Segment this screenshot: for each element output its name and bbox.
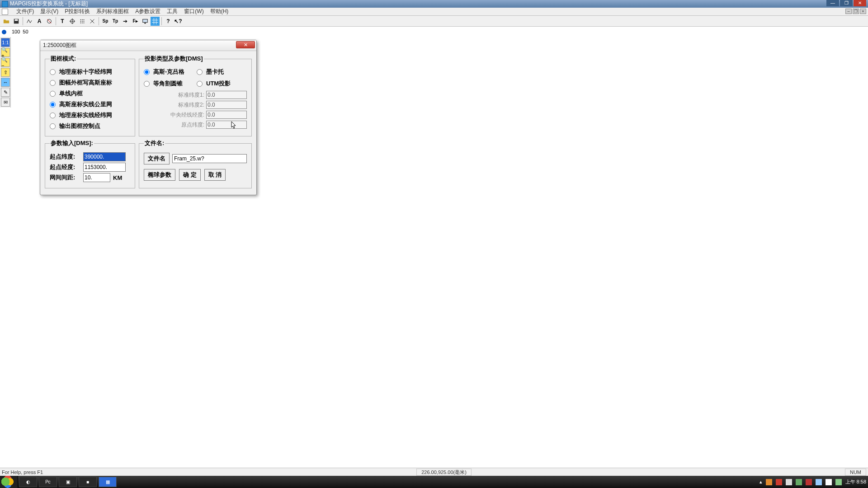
toolbar-separator: [56, 17, 56, 25]
tray-icon[interactable]: [766, 479, 772, 485]
frame-mode-radio-2[interactable]: [50, 91, 56, 97]
proj-radio-2[interactable]: [144, 81, 150, 87]
zoom-out-button[interactable]: 🔍−: [1, 58, 10, 67]
vertical-toolbar: 1:1 🔍+ 🔍− ⇧ ↔ ✎ ✉: [0, 37, 11, 108]
zoom-in-button[interactable]: 🔍+: [1, 48, 10, 57]
tray-icon[interactable]: [786, 479, 792, 485]
arrow-right-icon[interactable]: ➔: [121, 17, 130, 26]
tray-network-icon[interactable]: [835, 479, 842, 485]
frame-mode-group: 图框模式: 地理座标十字经纬网 图幅外框写高斯座标 单线内框 高斯座标实线公里网…: [45, 55, 135, 136]
doc-icon: [2, 9, 8, 15]
circle-icon[interactable]: [45, 17, 54, 26]
context-help-icon[interactable]: ↖?: [174, 17, 183, 26]
home-extent-button[interactable]: ⇧: [1, 68, 10, 77]
start-lat-label: 起点纬度:: [50, 153, 81, 161]
frame-mode-legend: 图框模式:: [50, 55, 77, 63]
frame-mode-radio-0[interactable]: [50, 69, 56, 75]
start-button[interactable]: [0, 476, 18, 488]
tray-overflow-icon[interactable]: ▴: [760, 479, 762, 485]
sp-icon[interactable]: Sp: [101, 17, 110, 26]
svg-point-11: [82, 21, 83, 22]
svg-point-10: [80, 21, 81, 22]
tray-icon[interactable]: [806, 479, 812, 485]
proj-label: 等角割圆锥: [153, 80, 183, 88]
open-icon[interactable]: [2, 17, 11, 26]
frame-mode-radio-4[interactable]: [50, 113, 56, 118]
origin-lat-input[interactable]: [206, 121, 247, 129]
status-bar: For Help, press F1 226.00,925.00(毫米) NUM: [0, 468, 868, 476]
frame-mode-label: 输出图框控制点: [59, 122, 100, 130]
polyline-icon[interactable]: [25, 17, 34, 26]
menu-proj[interactable]: P投影转换: [65, 8, 90, 15]
menu-help[interactable]: 帮助(H): [210, 8, 229, 15]
help-icon[interactable]: ?: [164, 17, 173, 26]
menu-tools[interactable]: 工具: [167, 8, 178, 15]
menu-series[interactable]: 系列标准图框: [96, 8, 129, 15]
fp-icon[interactable]: F▸: [131, 17, 140, 26]
tray-volume-icon[interactable]: [826, 479, 832, 485]
menu-window[interactable]: 窗口(W): [184, 8, 203, 15]
frame-mode-radio-3[interactable]: [50, 102, 56, 108]
proj-radio-1[interactable]: [197, 69, 203, 75]
mdi-minimize-button[interactable]: –: [845, 9, 852, 14]
bluegrid-icon[interactable]: [151, 17, 160, 26]
target-icon[interactable]: [68, 17, 77, 26]
proj-radio-0[interactable]: [144, 69, 150, 75]
toolbar-separator: [99, 17, 99, 25]
monitor-icon[interactable]: [141, 17, 150, 26]
windows-taskbar[interactable]: ◐ Pc ▣ ■ ▦ ▴ 上午 8:58: [0, 476, 868, 488]
t-icon[interactable]: T: [58, 17, 67, 26]
save-icon[interactable]: [12, 17, 21, 26]
frame-mode-radio-1[interactable]: [50, 80, 56, 86]
ellipsoid-params-button[interactable]: 椭球参数: [144, 169, 175, 181]
mdi-restore-button[interactable]: ❐: [853, 9, 859, 14]
menu-view[interactable]: 显示(V): [40, 8, 58, 15]
filename-input[interactable]: [172, 154, 247, 163]
toolbar-separator: [23, 17, 23, 25]
svg-point-12: [84, 21, 85, 22]
system-tray[interactable]: ▴ 上午 8:58: [760, 476, 866, 488]
app-close-button[interactable]: ✕: [854, 0, 866, 6]
tray-icon[interactable]: [776, 479, 782, 485]
grid-dots-icon[interactable]: [78, 17, 87, 26]
std-lat1-input[interactable]: [206, 91, 247, 99]
filename-browse-button[interactable]: 文件名: [144, 153, 170, 164]
mail-button[interactable]: ✉: [1, 98, 10, 107]
std-lat2-input[interactable]: [206, 101, 247, 109]
taskbar-item[interactable]: ◐: [19, 477, 37, 487]
pan-button[interactable]: ↔: [1, 78, 10, 87]
central-meridian-label: 中央经线经度:: [170, 111, 204, 119]
dialog-titlebar[interactable]: 1:250000图框 ✕: [40, 40, 256, 51]
projection-legend: 投影类型及参数[DMS]: [144, 55, 204, 63]
tray-icon[interactable]: [816, 479, 822, 485]
start-lat-input[interactable]: [83, 152, 126, 161]
tray-clock[interactable]: 上午 8:58: [845, 479, 866, 485]
menu-file[interactable]: 文件(F): [16, 8, 34, 15]
x-icon[interactable]: [88, 17, 97, 26]
start-lon-label: 起点经度:: [50, 163, 81, 171]
proj-radio-3[interactable]: [197, 81, 203, 87]
app-maximize-button[interactable]: ❐: [840, 0, 853, 6]
edit-button[interactable]: ✎: [1, 88, 10, 97]
text-icon[interactable]: A: [35, 17, 44, 26]
ruler-origin-icon: [2, 30, 6, 34]
cancel-button[interactable]: 取 消: [204, 169, 226, 181]
status-coord: 226.00,925.00(毫米): [416, 469, 472, 476]
frame-mode-radio-5[interactable]: [50, 123, 56, 129]
menu-aparam[interactable]: A参数设置: [135, 8, 160, 15]
start-lon-input[interactable]: [83, 163, 126, 172]
taskbar-item-active[interactable]: ▦: [99, 477, 117, 487]
dialog-close-button[interactable]: ✕: [236, 41, 255, 48]
app-minimize-button[interactable]: —: [826, 0, 839, 6]
taskbar-item[interactable]: Pc: [39, 477, 57, 487]
taskbar-item[interactable]: ▣: [59, 477, 77, 487]
central-meridian-input[interactable]: [206, 111, 247, 119]
ok-button[interactable]: 确 定: [179, 169, 201, 181]
origin-lat-label: 原点纬度:: [181, 121, 204, 129]
fit-1to1-button[interactable]: 1:1: [1, 38, 10, 47]
grid-spacing-input[interactable]: [83, 173, 110, 182]
tray-icon[interactable]: [796, 479, 802, 485]
tp-icon[interactable]: Tp: [111, 17, 120, 26]
taskbar-item[interactable]: ■: [79, 477, 97, 487]
mdi-close-button[interactable]: ×: [860, 9, 866, 14]
